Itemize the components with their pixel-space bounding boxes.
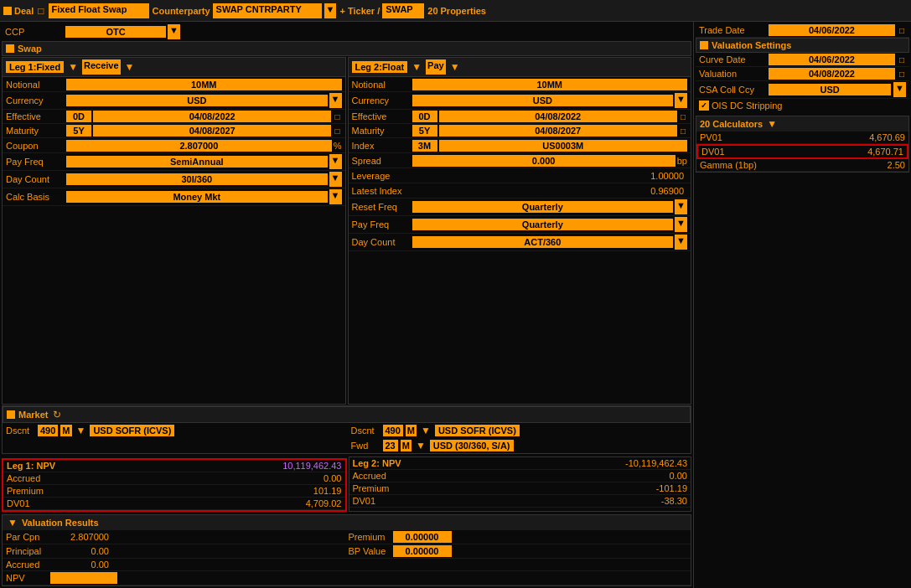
market-leg2-fwd-num[interactable]: 23 bbox=[383, 440, 398, 451]
market-leg2-fwd-unit[interactable]: M bbox=[401, 440, 412, 451]
leg2-index-value[interactable]: US0003M bbox=[439, 140, 688, 152]
market-leg1-dscnt-curve[interactable]: USD SOFR (ICVS) bbox=[90, 425, 174, 436]
instrument-field[interactable]: Fixed Float Swap bbox=[49, 3, 149, 18]
leg1-coupon-value[interactable]: 2.807000 bbox=[66, 140, 332, 152]
right-panel: Trade Date 04/06/2022 □ Valuation Settin… bbox=[693, 22, 911, 588]
leg1-currency-value[interactable]: USD bbox=[66, 95, 328, 106]
market-leg1-unit-dropdown[interactable]: ▼ bbox=[75, 425, 88, 436]
csa-coll-row: CSA Coll Ccy USD ▼ bbox=[696, 81, 909, 99]
leg2-index-period[interactable]: 3M bbox=[412, 140, 437, 152]
leg2-day-count-dropdown[interactable]: ▼ bbox=[675, 235, 687, 250]
valuation-value[interactable]: 04/08/2022 bbox=[769, 68, 895, 80]
leg1-effective-offset[interactable]: 0D bbox=[66, 111, 91, 122]
market-leg1-dscnt-unit[interactable]: M bbox=[60, 425, 71, 436]
vr-chevron-icon[interactable]: ▼ bbox=[6, 517, 19, 529]
leg1-dropdown-icon[interactable]: ▼ bbox=[66, 61, 80, 73]
leg1-payfreq-value[interactable]: SemiAnnual bbox=[66, 156, 328, 168]
ois-checkbox[interactable]: ✓ bbox=[699, 101, 709, 111]
leg2-spread-value[interactable]: 0.000 bbox=[412, 155, 675, 167]
leg1-header: Leg 1:Fixed ▼ Receive ▼ bbox=[3, 58, 345, 77]
leg1-maturity-offset[interactable]: 5Y bbox=[66, 125, 91, 137]
market-leg2-dscnt-unit[interactable]: M bbox=[406, 425, 417, 436]
leg1-effective-cal[interactable]: □ bbox=[333, 112, 341, 121]
leg2-dir-dropdown[interactable]: ▼ bbox=[448, 61, 462, 73]
leg2-spread-bp: bp bbox=[677, 156, 687, 166]
leg2-currency-value[interactable]: USD bbox=[412, 95, 674, 106]
csa-coll-dropdown[interactable]: ▼ bbox=[893, 82, 906, 97]
leg1-calcbasis-value[interactable]: Money Mkt bbox=[66, 191, 328, 203]
val-settings-icon bbox=[700, 41, 708, 49]
leg2-pay-freq-dropdown[interactable]: ▼ bbox=[675, 217, 687, 232]
properties-section: 20 Properties bbox=[427, 6, 486, 16]
vr-bp-value-value[interactable]: 0.00000 bbox=[393, 545, 452, 557]
market-leg1-dscnt-num[interactable]: 490 bbox=[38, 425, 58, 436]
vr-par-cpn-col: Par Cpn 2.807000 bbox=[6, 531, 345, 543]
leg1-panel: Leg 1:Fixed ▼ Receive ▼ Notional 10MM Cu… bbox=[2, 57, 346, 405]
market-refresh-icon[interactable]: ↻ bbox=[51, 409, 63, 420]
leg1-payfreq-dropdown[interactable]: ▼ bbox=[329, 154, 342, 169]
leg1-effective-date[interactable]: 04/08/2022 bbox=[93, 111, 331, 122]
csa-coll-label: CSA Coll Ccy bbox=[699, 85, 766, 95]
leg2-maturity-offset[interactable]: 5Y bbox=[412, 125, 437, 137]
leg2-maturity-date[interactable]: 04/08/2027 bbox=[439, 125, 677, 137]
leg2-leverage-value[interactable]: 1.00000 bbox=[412, 170, 688, 182]
leg1-dir-dropdown[interactable]: ▼ bbox=[123, 61, 137, 73]
curve-date-value[interactable]: 04/06/2022 bbox=[769, 54, 895, 65]
leg2-dropdown-icon[interactable]: ▼ bbox=[410, 61, 423, 73]
market-leg2-dscnt-row: Dscnt 490 M ▼ USD SOFR (ICVS) bbox=[348, 423, 691, 438]
leg2-direction[interactable]: Pay bbox=[426, 59, 446, 75]
market-leg2-fwd-curve[interactable]: USD (30/360, S/A) bbox=[430, 440, 514, 451]
ticker-value[interactable]: SWAP bbox=[382, 3, 424, 18]
ccp-value[interactable]: OTC bbox=[65, 26, 166, 38]
valuation-cal[interactable]: □ bbox=[898, 70, 906, 79]
vr-npv-col: NPV bbox=[6, 572, 687, 584]
trade-date-row: Trade Date 04/06/2022 □ bbox=[696, 23, 909, 38]
leg1-direction[interactable]: Receive bbox=[82, 59, 121, 75]
calc-header: 20 Calculators ▼ bbox=[696, 116, 908, 132]
leg1-maturity-date[interactable]: 04/08/2027 bbox=[93, 125, 331, 137]
copy-icon[interactable]: □ bbox=[36, 5, 45, 17]
ticker-label: + Ticker / bbox=[339, 6, 380, 16]
leg1-coupon-row: Coupon 2.807000 % bbox=[3, 138, 345, 153]
leg2-latest-index-row: Latest Index 0.96900 bbox=[349, 183, 691, 199]
leg2-currency-dropdown[interactable]: ▼ bbox=[675, 93, 687, 108]
leg2-maturity-cal[interactable]: □ bbox=[679, 126, 687, 136]
leg2-notional-value[interactable]: 10MM bbox=[412, 79, 688, 90]
leg2-pay-freq-value[interactable]: Quarterly bbox=[412, 219, 674, 230]
properties-label[interactable]: Properties bbox=[441, 6, 486, 16]
leg2-effective-offset[interactable]: 0D bbox=[412, 111, 437, 122]
leg2-reset-freq-value[interactable]: Quarterly bbox=[412, 201, 674, 213]
market-leg2-unit-dropdown[interactable]: ▼ bbox=[419, 425, 432, 436]
vr-par-cpn-label: Par Cpn bbox=[6, 532, 48, 542]
leg1-title[interactable]: Leg 1:Fixed bbox=[6, 61, 64, 73]
leg2-effective-cal[interactable]: □ bbox=[679, 112, 687, 121]
leg2-effective-date[interactable]: 04/08/2022 bbox=[439, 111, 677, 122]
leg2-latest-index-value[interactable]: 0.96900 bbox=[412, 185, 688, 197]
leg1-daycount-dropdown[interactable]: ▼ bbox=[329, 172, 342, 187]
leg1-maturity-cal[interactable]: □ bbox=[333, 126, 341, 136]
vr-premium-value[interactable]: 0.00000 bbox=[393, 531, 452, 543]
leg1-notional-value[interactable]: 10MM bbox=[66, 79, 342, 90]
counterparty-value[interactable]: SWAP CNTRPARTY bbox=[213, 3, 322, 18]
leg1-currency-dropdown[interactable]: ▼ bbox=[329, 93, 342, 108]
leg2-day-count-value[interactable]: ACT/360 bbox=[412, 236, 674, 248]
csa-coll-value[interactable]: USD bbox=[769, 84, 891, 95]
trade-date-value[interactable]: 04/06/2022 bbox=[769, 24, 895, 36]
market-leg1-dscnt-label: Dscnt bbox=[6, 426, 35, 436]
ccp-dropdown[interactable]: ▼ bbox=[168, 24, 180, 39]
curve-date-cal[interactable]: □ bbox=[898, 55, 906, 64]
market-leg2-dscnt-curve[interactable]: USD SOFR (ICVS) bbox=[435, 425, 520, 436]
trade-date-cal[interactable]: □ bbox=[898, 26, 906, 35]
vr-npv-value[interactable] bbox=[50, 572, 117, 584]
market-leg2-fwd-dropdown[interactable]: ▼ bbox=[414, 440, 427, 451]
leg1-calcbasis-dropdown[interactable]: ▼ bbox=[329, 189, 342, 204]
market-leg2-dscnt-num[interactable]: 490 bbox=[383, 425, 403, 436]
vr-par-cpn-value: 2.807000 bbox=[50, 532, 109, 542]
leg2-title[interactable]: Leg 2:Float bbox=[352, 61, 408, 73]
leg1-daycount-value[interactable]: 30I/360 bbox=[66, 173, 328, 185]
counterparty-dropdown[interactable]: ▼ bbox=[324, 3, 337, 18]
leg2-reset-freq-dropdown[interactable]: ▼ bbox=[675, 199, 687, 214]
vr-premium-label: Premium bbox=[349, 532, 391, 542]
leg1-notional-row: Notional 10MM bbox=[3, 77, 345, 92]
calc-dropdown-icon[interactable]: ▼ bbox=[765, 118, 779, 130]
